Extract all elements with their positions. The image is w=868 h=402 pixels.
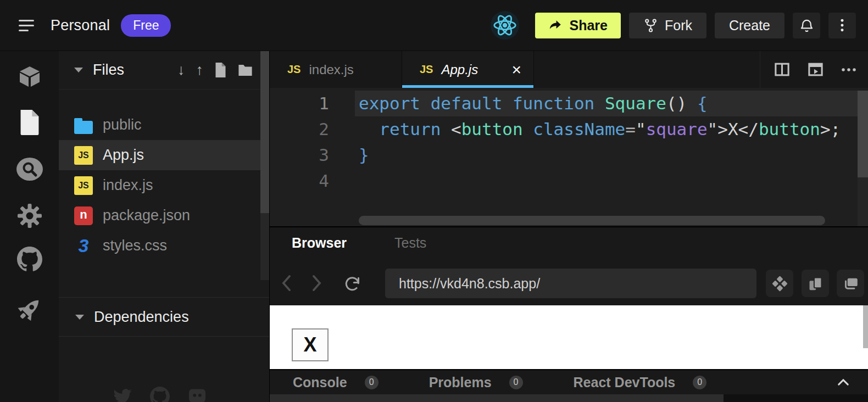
- js-file-icon: JS: [74, 176, 93, 195]
- code-line-4: 4: [270, 168, 868, 194]
- new-file-icon[interactable]: [214, 63, 227, 77]
- bottom-scrollbar[interactable]: [270, 394, 868, 402]
- tab-browser[interactable]: Browser: [292, 235, 347, 251]
- console-tab-problems[interactable]: Problems0: [429, 375, 523, 390]
- github-icon[interactable]: [149, 386, 170, 402]
- forward-icon[interactable]: [312, 275, 321, 292]
- preview-scrollbar[interactable]: [863, 305, 868, 348]
- file-row-App.js[interactable]: JSApp.js: [59, 140, 260, 170]
- file-explorer-icon[interactable]: [15, 108, 44, 137]
- workspace-name[interactable]: Personal: [51, 17, 110, 34]
- kebab-menu-icon: [835, 18, 849, 32]
- codesandbox-app: Personal Free Share: [0, 0, 868, 402]
- tab-app-js[interactable]: JS App.js ×: [402, 51, 534, 88]
- dependencies-section-header[interactable]: Dependencies: [59, 297, 269, 337]
- split-view-icon[interactable]: [774, 61, 791, 78]
- github-icon[interactable]: [15, 245, 44, 273]
- download-icon[interactable]: ↓: [177, 63, 185, 77]
- js-file-icon: JS: [420, 63, 433, 76]
- editor-vertical-scrollbar[interactable]: [858, 91, 868, 226]
- js-file-icon: JS: [287, 63, 301, 76]
- count-badge: 0: [693, 376, 706, 389]
- count-badge: 0: [509, 376, 523, 389]
- sandbox-cube-icon[interactable]: [15, 63, 44, 91]
- header-actions: Share Fork Create: [491, 11, 856, 40]
- responsive-preview-icon[interactable]: [766, 270, 793, 297]
- close-tab-icon[interactable]: ×: [511, 62, 521, 78]
- share-button[interactable]: Share: [535, 13, 620, 38]
- preview-pane-icon[interactable]: [807, 61, 824, 78]
- console-tab-label: Problems: [429, 375, 492, 390]
- fork-button[interactable]: Fork: [629, 13, 706, 38]
- file-name: index.js: [103, 177, 153, 194]
- more-menu-button[interactable]: [828, 13, 856, 38]
- discord-icon[interactable]: [187, 386, 208, 402]
- top-header: Personal Free Share: [0, 0, 868, 51]
- search-icon[interactable]: [15, 155, 44, 183]
- editor-horizontal-scrollbar[interactable]: [359, 216, 825, 225]
- upload-icon[interactable]: ↑: [196, 63, 204, 77]
- devices-icon[interactable]: [802, 270, 829, 297]
- console-tab-console[interactable]: Console0: [293, 375, 379, 390]
- console-tab-label: React DevTools: [574, 375, 676, 390]
- editor-more-icon[interactable]: [841, 62, 857, 78]
- line-number: 4: [270, 168, 355, 194]
- open-in-new-window-icon[interactable]: [837, 270, 864, 297]
- code-text: export default function Square() {: [355, 91, 858, 116]
- browser-panel: Browser Tests https://vkd4n8.csb.app/: [270, 226, 868, 305]
- console-bar: Console0Problems0React DevTools0: [270, 369, 868, 394]
- back-icon[interactable]: [282, 275, 291, 292]
- square-button[interactable]: X: [292, 328, 329, 361]
- files-panel-title: Files: [93, 62, 124, 79]
- expand-console-chevron-icon[interactable]: [837, 378, 849, 386]
- console-tab-label: Console: [293, 375, 347, 390]
- folder-file-icon: [74, 116, 93, 135]
- files-section-header[interactable]: Files ↓ ↑: [59, 51, 260, 90]
- twitter-icon[interactable]: [112, 386, 133, 402]
- file-row-styles.css[interactable]: 3styles.css: [59, 231, 260, 261]
- social-links: [59, 386, 260, 402]
- fork-icon: [643, 18, 658, 33]
- collapse-chevron-icon: [75, 315, 84, 320]
- files-scrollbar[interactable]: [260, 51, 269, 280]
- code-line-2: 2 return <button className="square">X</b…: [270, 116, 868, 142]
- code-text: return <button className="square">X</but…: [355, 116, 858, 142]
- create-button[interactable]: Create: [715, 13, 784, 38]
- file-row-public[interactable]: public: [59, 110, 260, 140]
- tab-index-js[interactable]: JS index.js: [270, 51, 402, 88]
- code-text: }: [355, 142, 858, 168]
- tab-tests[interactable]: Tests: [394, 235, 426, 251]
- file-row-package.json[interactable]: npackage.json: [59, 200, 260, 231]
- editor-column: JS index.js JS App.js × 1expo: [269, 51, 868, 402]
- js-file-icon: JS: [74, 146, 93, 165]
- files-panel: Files ↓ ↑ publicJSApp.jsJSindex.jsnpacka…: [59, 51, 269, 402]
- plan-badge: Free: [121, 14, 171, 37]
- collapse-chevron-icon: [74, 68, 83, 72]
- url-input[interactable]: https://vkd4n8.csb.app/: [385, 269, 756, 298]
- file-row-index.js[interactable]: JSindex.js: [59, 170, 260, 200]
- code-editor[interactable]: 1export default function Square() {2 ret…: [270, 88, 868, 226]
- code-line-3: 3}: [270, 142, 868, 168]
- count-badge: 0: [365, 376, 379, 389]
- notifications-button[interactable]: [793, 13, 820, 38]
- npm-file-icon: n: [74, 206, 93, 225]
- line-number: 2: [270, 116, 355, 142]
- settings-gear-icon[interactable]: [15, 202, 44, 230]
- code-line-1: 1export default function Square() {: [270, 91, 868, 116]
- browser-preview: X: [270, 305, 868, 369]
- files-panel-actions: ↓ ↑: [177, 63, 253, 77]
- editor-tabbar: JS index.js JS App.js ×: [270, 51, 868, 88]
- css-file-icon: 3: [74, 237, 93, 255]
- menu-icon[interactable]: [19, 20, 35, 31]
- new-folder-icon[interactable]: [238, 64, 253, 76]
- file-name: App.js: [103, 147, 144, 164]
- dependencies-title: Dependencies: [94, 309, 189, 326]
- file-name: public: [103, 116, 142, 133]
- console-tab-react-devtools[interactable]: React DevTools0: [574, 375, 707, 390]
- refresh-icon[interactable]: [343, 275, 361, 293]
- deploy-rocket-icon[interactable]: [15, 295, 44, 323]
- line-number: 3: [270, 142, 355, 168]
- code-lines: 1export default function Square() {2 ret…: [270, 91, 868, 194]
- line-number: 1: [270, 91, 355, 116]
- editor-actions: [760, 51, 868, 88]
